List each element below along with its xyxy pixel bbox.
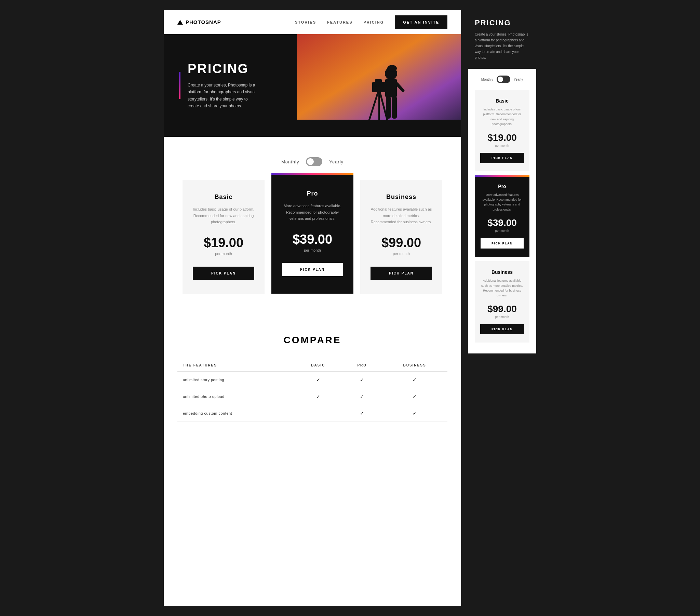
sidebar-pro-price: $39.00 <box>480 218 524 229</box>
svg-point-13 <box>387 65 397 72</box>
checkmark-icon: ✓ <box>360 377 364 383</box>
pro-check: ✓ <box>342 405 382 422</box>
table-row: unlimited photo upload ✓ ✓ ✓ <box>177 388 447 405</box>
sidebar-yearly-label: Yearly <box>514 77 523 81</box>
business-check: ✓ <box>382 388 447 405</box>
sidebar-featured-bar <box>475 175 529 177</box>
feature-label: unlimited story posting <box>177 372 294 388</box>
checkmark-icon: ✓ <box>360 410 364 416</box>
basic-plan-period: per month <box>215 251 232 256</box>
toggle-knob <box>307 158 314 165</box>
checkmark-icon: ✓ <box>413 410 417 416</box>
basic-empty <box>294 405 342 422</box>
sidebar-business-card: Business Additional features available s… <box>475 261 529 343</box>
checkmark-icon: ✓ <box>413 394 417 399</box>
basic-pick-plan-button[interactable]: PICK PLAN <box>193 267 254 280</box>
hero-title: PRICING <box>181 62 256 76</box>
business-check: ✓ <box>382 405 447 422</box>
hero-text: PRICING Create a your stories, Photosnap… <box>164 48 273 123</box>
pro-plan-name: Pro <box>307 190 318 197</box>
sidebar-panel: PRICING Create a your stories, Photosnap… <box>468 10 536 606</box>
table-row: unlimited story posting ✓ ✓ ✓ <box>177 372 447 388</box>
col-header-business: BUSINESS <box>382 359 447 372</box>
checkmark-icon: ✓ <box>316 377 320 383</box>
monthly-label: Monthly <box>281 159 299 164</box>
svg-rect-12 <box>392 96 397 119</box>
logo: PHOTOSNAP <box>177 19 221 25</box>
sidebar-pro-card: Pro More advanced features available. Re… <box>475 175 529 257</box>
sidebar-monthly-label: Monthly <box>481 77 493 81</box>
col-header-pro: PRO <box>342 359 382 372</box>
pro-plan-period: per month <box>304 248 321 252</box>
sidebar-business-desc: Additional features available such as mo… <box>480 278 524 298</box>
billing-toggle: Monthly Yearly <box>177 157 447 166</box>
sidebar-basic-card: Basic Includes basic usage of our platfo… <box>475 90 529 171</box>
nav-stories[interactable]: STORIES <box>295 20 316 24</box>
pricing-section: Monthly Yearly Basic Includes basic usag… <box>164 137 461 314</box>
checkmark-icon: ✓ <box>360 394 364 399</box>
feature-label: unlimited photo upload <box>177 388 294 405</box>
sidebar-header: PRICING Create a your stories, Photosnap… <box>468 10 536 69</box>
compare-title: COMPARE <box>177 335 447 346</box>
checkmark-icon: ✓ <box>316 394 320 399</box>
svg-rect-11 <box>386 96 391 119</box>
yearly-label: Yearly <box>329 159 343 164</box>
sidebar-description: Create a your stories, Photosnap is a pl… <box>475 32 529 61</box>
sidebar-business-pick-button[interactable]: PICK PLAN <box>480 324 524 334</box>
feature-label: embedding custom content <box>177 405 294 422</box>
sidebar-pricing: Monthly Yearly Basic Includes basic usag… <box>468 69 536 354</box>
pro-plan-card: Pro More advanced features available. Re… <box>271 173 353 294</box>
business-plan-card: Business Additional features available s… <box>360 180 442 294</box>
pro-pick-plan-button[interactable]: PICK PLAN <box>282 262 343 276</box>
hero-image <box>297 34 461 137</box>
hero-description: Create a your stories, Photosnap is a pl… <box>181 82 256 110</box>
billing-toggle-switch[interactable] <box>306 157 322 166</box>
featured-gradient-bar <box>271 173 353 175</box>
sidebar-title: PRICING <box>475 19 529 27</box>
sidebar-pro-name: Pro <box>480 184 524 189</box>
pro-check: ✓ <box>342 388 382 405</box>
plans-grid: Basic Includes basic usage of our platfo… <box>177 180 447 294</box>
basic-plan-desc: Includes basic usage of our platform. Re… <box>193 206 254 225</box>
logo-triangle-icon <box>177 20 183 25</box>
compare-section: COMPARE THE FEATURES BASIC PRO BUSINESS … <box>164 314 461 442</box>
sidebar-pro-pick-button[interactable]: PICK PLAN <box>480 238 524 249</box>
logo-text: PHOTOSNAP <box>186 19 221 25</box>
nav-pricing[interactable]: PRICING <box>364 20 384 24</box>
business-plan-period: per month <box>393 251 410 256</box>
sidebar-toggle-switch[interactable] <box>497 76 510 83</box>
col-header-features: THE FEATURES <box>177 359 294 372</box>
sidebar-basic-name: Basic <box>480 98 524 103</box>
business-plan-name: Business <box>386 194 416 201</box>
nav-features[interactable]: FEATURES <box>327 20 352 24</box>
basic-plan-card: Basic Includes basic usage of our platfo… <box>183 180 264 294</box>
business-pick-plan-button[interactable]: PICK PLAN <box>371 267 432 280</box>
svg-rect-1 <box>297 120 461 137</box>
sidebar-pro-desc: More advanced features available. Recomm… <box>480 193 524 212</box>
checkmark-icon: ✓ <box>413 377 417 383</box>
table-row: embedding custom content ✓ ✓ <box>177 405 447 422</box>
basic-check: ✓ <box>294 388 342 405</box>
sidebar-billing-toggle: Monthly Yearly <box>475 76 529 83</box>
nav-links: STORIES FEATURES PRICING <box>295 20 384 24</box>
pro-check: ✓ <box>342 372 382 388</box>
pro-plan-desc: More advanced features available. Recomm… <box>282 203 343 222</box>
svg-rect-6 <box>375 79 382 83</box>
sidebar-basic-pick-button[interactable]: PICK PLAN <box>480 153 524 163</box>
business-check: ✓ <box>382 372 447 388</box>
navbar: PHOTOSNAP STORIES FEATURES PRICING GET A… <box>164 10 461 34</box>
col-header-basic: BASIC <box>294 359 342 372</box>
sidebar-toggle-knob <box>498 77 503 82</box>
get-invite-button[interactable]: GET AN INVITE <box>395 15 447 29</box>
sidebar-basic-price: $19.00 <box>480 132 524 143</box>
main-content: PHOTOSNAP STORIES FEATURES PRICING GET A… <box>164 10 461 606</box>
sidebar-business-period: per month <box>480 315 524 319</box>
photographer-svg <box>297 34 461 137</box>
basic-plan-name: Basic <box>214 194 233 201</box>
pro-plan-price: $39.00 <box>292 232 332 247</box>
sidebar-business-name: Business <box>480 269 524 275</box>
basic-check: ✓ <box>294 372 342 388</box>
sidebar-basic-period: per month <box>480 144 524 147</box>
business-plan-price: $99.00 <box>382 235 421 250</box>
hero-section: PRICING Create a your stories, Photosnap… <box>164 34 461 137</box>
